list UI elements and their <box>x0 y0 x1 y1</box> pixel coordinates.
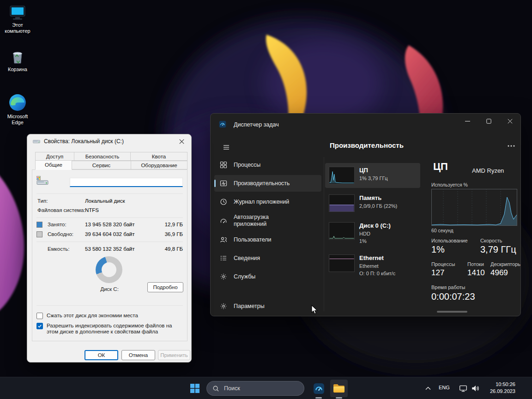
stat-processes-value: 127 <box>431 268 444 278</box>
sidebar-item-settings[interactable]: Параметры <box>214 298 321 314</box>
tab-quota[interactable]: Квота <box>130 152 187 161</box>
tray-network-icon[interactable] <box>459 384 467 393</box>
close-button[interactable] <box>499 114 520 128</box>
tab-row-1: Доступ Безопасность Квота <box>35 152 187 161</box>
index-checkbox[interactable] <box>36 323 43 329</box>
cpu-mini-graph <box>329 167 355 184</box>
close-icon <box>508 119 513 124</box>
window-title: Диспетчер задач <box>234 121 279 128</box>
desktop-icon-label: Этот компьютер <box>2 22 33 34</box>
sidebar-item-services[interactable]: Службы <box>214 268 321 285</box>
horizontal-scrollbar-thumb[interactable] <box>437 311 467 313</box>
task-manager-app-icon <box>219 121 226 128</box>
cpu-panel-title: ЦП <box>433 161 448 173</box>
tray-clock[interactable]: 10:50:26 26.09.2023 <box>490 381 515 395</box>
minimize-button[interactable] <box>457 114 478 128</box>
tab-general[interactable]: Общие <box>35 160 72 170</box>
stat-usage-value: 1% <box>431 244 445 255</box>
desktop-icon-label: Microsoft Edge <box>2 114 33 126</box>
settings-gear-icon <box>220 302 227 310</box>
tab-sharing[interactable]: Доступ <box>35 152 74 161</box>
cpu-chip-name: AMD Ryzen <box>472 167 504 174</box>
metric-item-cpu[interactable]: ЦП 1% 3,79 ГГц <box>325 163 420 188</box>
stat-handles-value: 4969 <box>490 268 508 278</box>
tab-tools[interactable]: Сервис <box>72 161 131 169</box>
close-icon <box>179 139 184 144</box>
cancel-button[interactable]: Отмена <box>121 350 155 360</box>
compress-checkbox-label: Сжать этот диск для экономии места <box>47 313 138 319</box>
separator <box>36 305 183 306</box>
desktop-icon-edge[interactable]: Microsoft Edge <box>2 93 33 126</box>
sidebar-item-app-history[interactable]: Журнал приложений <box>214 193 321 210</box>
check-icon <box>37 324 42 328</box>
memory-mini-graph <box>329 194 355 212</box>
cpu-usage-graph <box>431 189 517 226</box>
free-size: 36,9 ГБ <box>152 231 183 237</box>
used-label: Занято: <box>48 222 66 227</box>
file-explorer-icon <box>333 383 345 393</box>
more-options-button[interactable] <box>504 140 518 151</box>
tray-language-indicator[interactable]: ENG <box>439 385 450 390</box>
compress-checkbox[interactable] <box>36 313 43 319</box>
tray-time: 10:50:26 <box>490 381 515 388</box>
sidebar-divider <box>324 157 324 311</box>
start-button[interactable] <box>186 380 204 397</box>
tray-volume-icon[interactable] <box>471 384 479 393</box>
dialog-titlebar: Свойства: Локальный диск (C:) <box>27 134 191 148</box>
metric-item-disk[interactable]: Диск 0 (C:) HDD 1% <box>325 218 420 248</box>
volume-label-input[interactable] <box>70 178 183 187</box>
metric-item-memory[interactable]: Память 2,0/9,0 ГБ (22%) <box>325 191 420 216</box>
running-indicator <box>336 397 342 399</box>
desktop-icon-recycle-bin[interactable]: Корзина <box>2 49 33 73</box>
tab-hardware[interactable]: Оборудование <box>131 161 187 169</box>
taskbar: Поиск ENG <box>0 377 532 399</box>
taskbar-file-explorer-button[interactable] <box>330 380 348 397</box>
maximize-button[interactable] <box>478 114 499 128</box>
sidebar-item-startup-apps[interactable]: Автозагрузка приложений <box>214 212 321 230</box>
taskbar-task-manager-button[interactable] <box>310 380 327 397</box>
uptime-label: Время работы <box>431 284 466 290</box>
graph-x-label: 60 секунд <box>431 228 453 233</box>
sidebar-item-users[interactable]: Пользователи <box>214 231 321 248</box>
search-box[interactable]: Поиск <box>206 381 304 396</box>
filesystem-label: Файловая система: <box>37 207 85 213</box>
task-manager-taskbar-icon <box>313 383 325 394</box>
users-icon <box>220 236 227 243</box>
used-bytes: 13 945 528 320 байт <box>85 222 135 227</box>
mouse-cursor <box>311 305 320 315</box>
stat-speed-value: 3,79 ГГц <box>480 244 516 255</box>
services-icon <box>220 273 227 280</box>
sidebar-item-performance[interactable]: Производительность <box>214 175 321 192</box>
index-checkbox-row[interactable]: Разрешить индексировать содержимое файло… <box>36 323 185 335</box>
search-icon <box>212 385 219 392</box>
separator <box>36 218 183 218</box>
apply-button[interactable]: Применить <box>158 350 190 360</box>
dialog-close-button[interactable] <box>175 136 188 147</box>
running-indicator <box>315 397 322 399</box>
dialog-title: Свойства: Локальный диск (C:) <box>44 138 124 145</box>
compress-checkbox-row[interactable]: Сжать этот диск для экономии места <box>36 313 185 319</box>
disk-caption: Диск C: <box>82 286 137 292</box>
app-history-icon <box>220 198 227 206</box>
desktop: Этот компьютер Корзина Microsoft Edge <box>0 0 532 399</box>
sidebar-item-details[interactable]: Сведения <box>214 250 321 266</box>
sidebar-item-processes[interactable]: Процессы <box>214 157 321 173</box>
stat-processes-label: Процессы <box>431 261 455 267</box>
stat-usage-label: Использование <box>431 238 468 243</box>
tray-chevron-up-icon[interactable] <box>424 385 432 392</box>
free-label: Свободно: <box>48 231 73 237</box>
free-bytes: 39 634 604 032 байт <box>85 231 135 237</box>
metric-item-ethernet[interactable]: Ethernet Ethernet О: 0 П: 0 кбит/с <box>325 251 420 280</box>
volume-drive-icon <box>36 176 48 185</box>
desktop-icon-this-pc[interactable]: Этот компьютер <box>2 6 33 34</box>
navigation-menu-button[interactable] <box>218 139 235 155</box>
tab-security[interactable]: Безопасность <box>74 152 131 161</box>
ok-button[interactable]: ОК <box>85 350 118 360</box>
task-manager-sidebar: Процессы Производительность Журнал прило… <box>214 157 321 285</box>
details-button[interactable]: Подробно <box>147 282 183 292</box>
disk-mini-graph <box>329 222 355 240</box>
stat-threads-value: 1410 <box>467 268 485 278</box>
details-icon <box>220 254 227 262</box>
type-value: Локальный диск <box>85 198 125 204</box>
ellipsis-icon <box>508 145 515 147</box>
